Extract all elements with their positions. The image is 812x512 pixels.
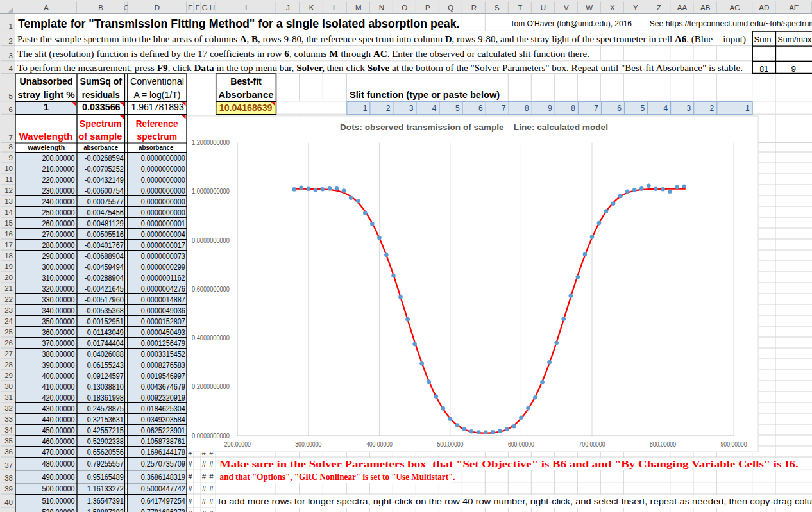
svg-text:0.65620556: 0.65620556 [87,448,124,457]
svg-text:0.3686148319: 0.3686148319 [141,473,185,482]
svg-text:0.0000000004: 0.0000000004 [141,230,185,239]
svg-text:5: 5 [455,104,460,113]
svg-text:1.36547391: 1.36547391 [87,497,124,506]
svg-text:absorbance: absorbance [139,144,173,151]
svg-text:0.033566: 0.033566 [82,101,120,112]
svg-text:-0.00401767: -0.00401767 [85,241,124,250]
svg-text:6: 6 [617,104,622,113]
svg-text:4: 4 [9,65,13,72]
svg-text:absorbance: absorbance [83,144,118,151]
svg-text:460.00000: 460.00000 [42,437,75,446]
svg-text:21: 21 [4,285,13,292]
svg-text:0.6000000000: 0.6000000000 [192,286,230,293]
svg-text:400.00000: 400.00000 [366,441,393,448]
svg-text:320.00000: 320.00000 [42,285,75,293]
svg-text:Slit function (type or paste b: Slit function (type or paste below) [350,89,500,100]
svg-text:0.0000000000: 0.0000000000 [192,433,230,440]
svg-text:-0.00432149: -0.00432149 [85,176,124,185]
svg-text:0.09124597: 0.09124597 [87,372,124,381]
svg-text:#: # [202,460,207,468]
svg-text:-0.00288904: -0.00288904 [85,274,124,283]
svg-text:L: L [333,4,337,12]
svg-text:3: 3 [409,104,414,113]
svg-text:See https://terpconnect.umd.ed: See https://terpconnect.umd.edu/~toh/spe… [650,19,812,28]
svg-text:0.0003315452: 0.0003315452 [141,350,185,359]
svg-text:#: # [209,460,214,468]
svg-text:W: W [586,4,593,12]
svg-text:-0.00505516: -0.00505516 [85,230,124,239]
svg-text:25: 25 [4,328,13,336]
svg-text:0.0000000001: 0.0000000001 [141,219,185,228]
svg-text:310.00000: 310.00000 [42,274,75,283]
svg-text:33: 33 [4,415,13,423]
svg-text:A: A [44,4,49,12]
svg-text:26: 26 [4,339,13,347]
svg-text:0.1058738761: 0.1058738761 [141,437,185,446]
svg-text:#: # [188,473,192,481]
svg-text:3: 3 [9,52,13,60]
svg-text:0.04026088: 0.04026088 [87,350,124,359]
svg-text:1.0000000000: 1.0000000000 [192,188,230,195]
svg-text:#: # [209,473,214,481]
svg-text:340.00000: 340.00000 [42,306,75,315]
svg-text:1.961781893: 1.961781893 [131,101,183,112]
svg-text:-0.00705252: -0.00705252 [85,165,124,174]
svg-text:-0.00268594: -0.00268594 [85,154,124,163]
svg-text:SumSq of: SumSq of [80,76,123,87]
svg-text:37: 37 [4,461,13,469]
svg-text:450.00000: 450.00000 [42,426,75,435]
svg-text:35: 35 [4,437,13,445]
svg-text:Make sure in the Solver Parame: Make sure in the Solver Parameters box t… [219,458,799,469]
svg-text:240.00000: 240.00000 [42,197,75,206]
svg-text:10: 10 [4,165,13,172]
svg-text:O: O [402,4,407,12]
svg-text:300.00000: 300.00000 [42,263,75,272]
svg-text:0.0043674679: 0.0043674679 [141,383,185,392]
svg-text:23: 23 [4,306,13,314]
svg-text:AB: AB [700,4,711,12]
svg-text:1: 1 [745,104,750,113]
svg-text:Unabsorbed: Unabsorbed [20,76,73,87]
svg-text:210.00000: 210.00000 [42,165,75,174]
svg-text:A = log(1/T): A = log(1/T) [133,89,180,100]
svg-text:F: F [195,4,199,12]
svg-text:-0.00459494: -0.00459494 [85,263,124,272]
svg-text:2: 2 [386,104,391,113]
svg-text:of sample: of sample [78,131,122,142]
svg-text:Wavelength: Wavelength [19,131,73,142]
svg-text:230.00000: 230.00000 [42,186,75,195]
svg-text:360.00000: 360.00000 [42,328,75,337]
svg-text:0.79255557: 0.79255557 [87,459,124,468]
svg-text:Sum/max: Sum/max [777,35,811,44]
svg-text:0.00075577: 0.00075577 [87,197,124,206]
svg-text:Y: Y [633,4,638,12]
svg-text:380.00000: 380.00000 [42,350,75,359]
svg-text:AE: AE [789,4,799,12]
svg-text:300.00000: 300.00000 [295,441,321,448]
svg-text:520.00000: 520.00000 [42,508,75,512]
svg-text:0.0000000000: 0.0000000000 [141,197,185,206]
svg-text:0.5000447742: 0.5000447742 [141,484,185,493]
svg-text:38: 38 [4,474,13,482]
svg-text:stray light %: stray light % [17,89,74,100]
svg-text:0.0625223901: 0.0625223901 [141,426,185,435]
svg-text:#: # [188,460,192,468]
svg-text:0.0000001162: 0.0000001162 [141,274,185,283]
svg-text:470.00000: 470.00000 [42,448,75,457]
svg-text:0.01143049: 0.01143049 [87,328,124,337]
svg-text:12: 12 [4,186,13,194]
svg-text:9: 9 [9,154,13,161]
svg-text:#: # [202,497,207,505]
svg-text:0.24578875: 0.24578875 [87,404,124,413]
svg-text:#: # [188,485,192,493]
svg-text:J: J [286,4,290,12]
svg-text:Z: Z [657,4,661,12]
svg-text:32: 32 [4,404,13,412]
svg-text:0.1696144178: 0.1696144178 [141,448,185,457]
svg-text:270.00000: 270.00000 [42,230,75,239]
svg-text:7: 7 [9,134,13,142]
svg-text:7: 7 [502,104,506,113]
svg-text:spectrum: spectrum [137,131,177,142]
svg-text:700.00000: 700.00000 [579,441,605,448]
svg-text:Absorbance: Absorbance [219,89,274,100]
